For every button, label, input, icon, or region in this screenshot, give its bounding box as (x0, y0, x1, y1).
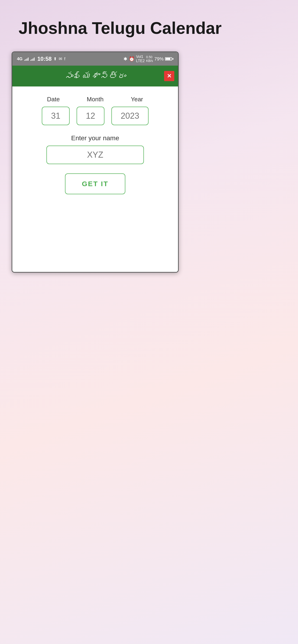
lte-label: Vol1LTE2 (136, 55, 145, 63)
name-field-label: Enter your name (71, 134, 119, 142)
phone-frame: 4G 10:58 ⬆ ✉ f ✱ ⏰ Vol1LTE2 0.50KB/s (12, 52, 179, 272)
date-column-label: Date (40, 96, 67, 103)
month-input[interactable] (77, 107, 104, 125)
close-button[interactable]: ✕ (164, 71, 174, 81)
date-input[interactable] (42, 107, 70, 125)
page-title: Jhoshna Telugu Calendar (0, 0, 298, 52)
bluetooth-icon: ✱ (123, 56, 127, 62)
get-it-row: GET IT (19, 174, 171, 194)
facebook-icon: f (64, 56, 65, 62)
status-left: 4G 10:58 ⬆ ✉ f (17, 56, 65, 62)
date-labels-row: Date Month Year (19, 96, 171, 103)
battery-icon (165, 57, 173, 60)
alarm-icon: ⏰ (129, 56, 135, 62)
signal-bars-icon (24, 57, 29, 61)
location-icon: ⬆ (53, 56, 57, 62)
wifi-bars-icon (31, 57, 35, 61)
email-icon: ✉ (59, 56, 62, 62)
get-it-button[interactable]: GET IT (65, 174, 125, 194)
time-label: 10:58 (37, 56, 52, 62)
year-column-label: Year (123, 96, 151, 103)
battery-percent: 79% (154, 56, 164, 62)
status-right: ✱ ⏰ Vol1LTE2 0.50KB/s 79% (123, 55, 173, 63)
network-label: 4G (17, 56, 23, 62)
month-column-label: Month (81, 96, 109, 103)
app-header: సంఖ్యశాస్త్రం ✕ (12, 66, 178, 86)
year-input[interactable] (111, 107, 149, 125)
app-content: Date Month Year Enter your name GET IT (12, 86, 178, 272)
name-label-row: Enter your name (19, 134, 171, 142)
status-bar: 4G 10:58 ⬆ ✉ f ✱ ⏰ Vol1LTE2 0.50KB/s (12, 52, 178, 66)
name-input-row (19, 146, 171, 164)
app-header-title: సంఖ్యశాస్త్రం (64, 71, 126, 81)
name-input[interactable] (47, 146, 144, 164)
date-inputs-row (19, 107, 171, 125)
data-speed-label: 0.50KB/s (146, 55, 153, 62)
